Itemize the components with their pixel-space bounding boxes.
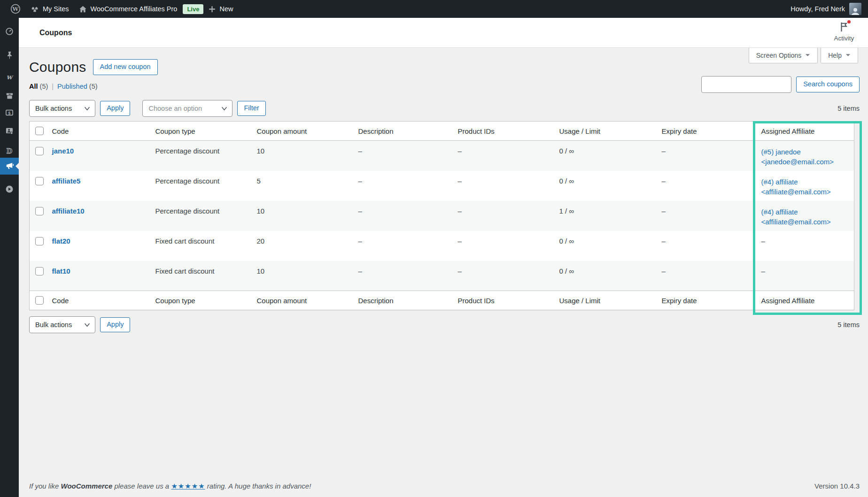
howdy-text[interactable]: Howdy, Fred Nerk [790,5,845,13]
row-checkbox[interactable] [35,177,44,185]
activity-label: Activity [834,35,854,42]
filter-button[interactable]: Filter [237,101,265,115]
chevron-down-icon [84,323,90,327]
wordpress-logo-icon: W [10,4,21,14]
column-header-usage-limit: Usage / Limit [556,122,658,141]
filter-select-placeholder: Choose an option [148,105,202,112]
assigned-affiliate-link[interactable]: (#4) affiliate<affiliate@email.com> [761,207,831,227]
description-cell: – [355,141,454,171]
expiry-date-cell: – [658,141,758,171]
usage-limit-cell: 0 / ∞ [556,231,658,261]
new-menu[interactable]: New [203,0,238,18]
product-ids-cell: – [454,231,556,261]
rating-request-text: If you like WooCommerce please leave us … [29,482,311,490]
column-header-expiry-date: Expiry date [658,122,758,141]
sidebar-item-media[interactable] [0,122,19,139]
usage-limit-cell: 0 / ∞ [556,171,658,201]
row-checkbox[interactable] [35,207,44,215]
product-ids-cell: – [454,201,556,231]
site-menu[interactable]: WooCommerce Affiliates Pro [74,0,182,18]
tablenav-top: Bulk actions Apply Choose an option Filt… [29,99,860,117]
table-header: Code Coupon type Coupon amount Descripti… [30,122,854,141]
sidebar-item-pinned[interactable] [0,46,19,63]
row-checkbox[interactable] [35,267,44,275]
sidebar-item-media-player[interactable] [0,181,19,198]
bulk-actions-select-bottom[interactable]: Bulk actions [29,316,95,333]
live-badge: Live [183,4,203,14]
view-published-label: Published [57,83,87,90]
affiliate-email: <affiliate@email.com> [761,218,831,226]
main-area: Coupons Activity Screen Options Help Cou… [19,18,868,497]
select-all-checkbox[interactable] [35,296,44,305]
apply-button-bottom[interactable]: Apply [100,317,130,332]
wordpress-logo-menu[interactable]: W [6,0,25,18]
coupon-amount-cell: 10 [253,141,355,171]
coupon-amount-cell: 20 [253,231,355,261]
usage-limit-cell: 1 / ∞ [556,201,658,231]
coupon-type-filter-select[interactable]: Choose an option [142,100,232,117]
tablenav-bottom: Bulk actions Apply 5 items [29,316,860,334]
five-stars-rating-link[interactable]: ★★★★★ [171,482,205,490]
coupons-table: Code Coupon type Coupon amount Descripti… [29,121,854,310]
expiry-date-cell: – [658,231,758,261]
play-circle-icon [5,184,14,194]
sidebar-item-d-plugin[interactable]: D [0,143,19,160]
column-header-description: Description [355,122,454,141]
affiliate-name: (#4) affiliate [761,208,798,216]
coupon-type-cell: Percentage discount [152,141,253,171]
rate-suffix: rating. A huge thanks in advance! [205,482,311,490]
assigned-affiliate-cell: – [758,261,854,291]
description-cell: – [355,171,454,201]
affiliate-name: (#4) affiliate [761,178,798,186]
bulk-actions-select[interactable]: Bulk actions [29,100,95,117]
add-new-coupon-button[interactable]: Add new coupon [93,59,158,75]
sidebar-item-products[interactable] [0,87,19,104]
assigned-affiliate-link[interactable]: (#4) affiliate<affiliate@email.com> [761,177,831,197]
column-header-coupon-amount: Coupon amount [253,122,355,141]
coupon-code-link[interactable]: flat10 [52,267,70,275]
coupon-code-link[interactable]: affiliate10 [52,207,85,215]
chevron-down-icon [221,107,227,111]
table-row: affiliate5 Percentage discount 5 – – 0 /… [30,171,854,201]
my-sites-icon [30,4,39,14]
usage-limit-cell: 0 / ∞ [556,261,658,291]
affiliate-email: <affiliate@email.com> [761,188,831,196]
svg-text:w: w [7,73,14,81]
sidebar-item-marketing-current[interactable] [0,158,19,175]
sidebar-item-payments[interactable]: $ [0,104,19,121]
bulk-actions-value: Bulk actions [35,321,72,329]
sidebar-item-dashboard[interactable] [0,23,19,40]
apply-button[interactable]: Apply [100,101,130,115]
search-coupons-button[interactable]: Search coupons [796,76,860,92]
assigned-affiliate-link[interactable]: (#5) janedoe<janedoe@email.com> [761,147,834,167]
archive-box-icon [5,92,14,100]
row-checkbox[interactable] [35,147,44,155]
coupon-amount-cell: 10 [253,201,355,231]
woocommerce-brand: WooCommerce [61,482,113,490]
rate-prefix: If you like [29,482,61,490]
table-row: flat10 Fixed cart discount 10 – – 0 / ∞ … [30,261,854,291]
activity-button[interactable]: Activity [828,21,860,42]
help-button[interactable]: Help [821,48,858,63]
coupon-type-cell: Percentage discount [152,171,253,201]
view-all-link[interactable]: All (5) [29,83,48,90]
sidebar-item-w[interactable]: w [0,69,19,85]
coupon-code-link[interactable]: affiliate5 [52,177,81,185]
row-checkbox[interactable] [35,237,44,245]
svg-text:$: $ [8,111,11,115]
view-published-count: (5) [89,83,98,90]
coupon-code-link[interactable]: flat20 [52,237,70,245]
version-text: Version 10.4.3 [814,482,860,490]
select-all-checkbox[interactable] [35,127,44,135]
my-sites-label: My Sites [43,5,69,13]
my-sites-menu[interactable]: My Sites [25,0,74,18]
screen-options-button[interactable]: Screen Options [749,48,818,63]
coupon-type-cell: Percentage discount [152,201,253,231]
column-footer-coupon-amount: Coupon amount [253,291,355,310]
description-cell: – [355,231,454,261]
user-avatar[interactable] [849,3,861,15]
view-published-link[interactable]: Published (5) [57,83,97,90]
coupon-code-link[interactable]: jane10 [52,147,74,155]
search-coupons-input[interactable] [701,76,791,93]
column-header-assigned-affiliate: Assigned Affiliate [758,122,854,141]
